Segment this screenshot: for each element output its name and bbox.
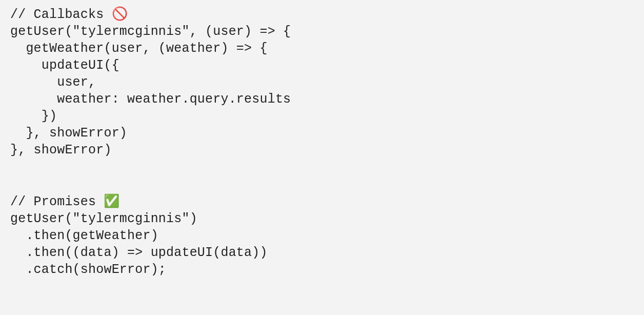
emoji-icon: ✅ xyxy=(104,193,119,208)
code-line: // Callbacks 🚫 xyxy=(10,7,128,22)
code-text: .catch(showError); xyxy=(10,262,166,277)
code-text: user, xyxy=(10,75,96,90)
code-text: .then((data) => updateUI(data)) xyxy=(10,245,268,260)
code-text: getUser("tylermcginnis") xyxy=(10,211,197,226)
code-line: getWeather(user, (weather) => { xyxy=(10,41,268,56)
code-text: getWeather(user, (weather) => { xyxy=(10,41,268,56)
code-line: }, showError) xyxy=(10,126,127,141)
code-line: .then((data) => updateUI(data)) xyxy=(10,245,268,260)
code-text: // Callbacks xyxy=(10,7,112,22)
code-text: }, showError) xyxy=(10,126,127,141)
code-text: }) xyxy=(10,109,57,124)
code-line: .then(getWeather) xyxy=(10,228,158,243)
code-snippet: // Callbacks 🚫 getUser("tylermcginnis", … xyxy=(0,0,644,283)
code-text: // Promises xyxy=(10,194,104,209)
code-line: }) xyxy=(10,109,57,124)
code-line: updateUI({ xyxy=(10,58,119,73)
code-line: weather: weather.query.results xyxy=(10,92,291,107)
code-line: }, showError) xyxy=(10,143,112,158)
emoji-icon: 🚫 xyxy=(112,6,128,21)
code-line: // Promises ✅ xyxy=(10,194,120,209)
code-line: user, xyxy=(10,75,96,90)
code-line: .catch(showError); xyxy=(10,262,166,277)
code-line: getUser("tylermcginnis", (user) => { xyxy=(10,24,291,39)
code-text: updateUI({ xyxy=(10,58,119,73)
code-line: getUser("tylermcginnis") xyxy=(10,211,197,226)
code-text: weather: weather.query.results xyxy=(10,92,291,107)
code-text: .then(getWeather) xyxy=(10,228,158,243)
code-text: getUser("tylermcginnis", (user) => { xyxy=(10,24,291,39)
code-text: }, showError) xyxy=(10,143,112,158)
